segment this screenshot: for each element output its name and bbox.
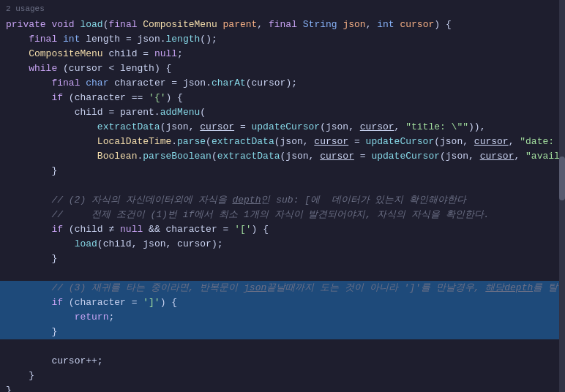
code-line-comment: // 전제 조건이 (1)번 if에서 최소 1개의 자식이 발견되어야지, 자… [0, 208, 565, 222]
code-line: CompositeMenu child = null; [0, 47, 565, 61]
code-line: extractData(json, cursor = updateCursor(… [0, 120, 565, 135]
code-editor: 2 usages private void load(final Composi… [0, 0, 565, 392]
code-line: final int length = json.length(); [0, 32, 565, 47]
code-line: cursor++; [0, 354, 565, 369]
code-line: Boolean.parseBoolean(extractData(json, c… [0, 149, 565, 164]
code-line: LocalDateTime.parse(extractData(json, cu… [0, 135, 565, 149]
code-line: final char character = json.charAt(curso… [0, 76, 565, 91]
blank-line [0, 339, 565, 354]
code-line-highlighted: // (3) 재귀를 타는 중이라면, 반복문이 json끝날때까지 도는 것이… [0, 281, 565, 295]
scrollbar-thumb[interactable] [559, 157, 565, 200]
scrollbar[interactable] [559, 0, 565, 392]
blank-line [0, 178, 565, 193]
blank-line [0, 266, 565, 281]
code-line: } [0, 252, 565, 266]
code-line: } [0, 383, 565, 392]
code-line-highlighted: return; [0, 310, 565, 325]
code-line: } [0, 369, 565, 383]
code-line: while (cursor < length) { [0, 61, 565, 76]
top-usages: 2 usages [0, 0, 565, 18]
code-line: child = parent.addMenu( [0, 105, 565, 120]
code-line-highlighted: } [0, 325, 565, 339]
code-line: if (child ≠ null && character = '[') { [0, 222, 565, 237]
code-line: load(child, json, cursor); [0, 237, 565, 252]
code-line-comment: // (2) 자식의 자신데이터외에 자식을 depth인 sub: [에 데이… [0, 193, 565, 208]
code-line: private void load(final CompositeMenu pa… [0, 18, 565, 32]
code-line: if (character == '{') { [0, 91, 565, 105]
code-line: } [0, 164, 565, 178]
code-line-highlighted: if (character = ']') { [0, 295, 565, 310]
